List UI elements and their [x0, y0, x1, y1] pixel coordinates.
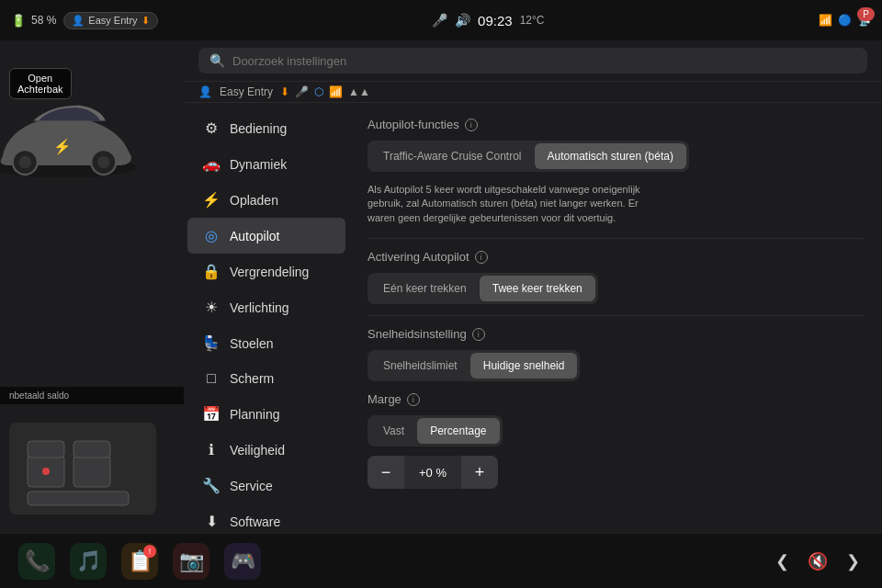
audio-icon: 🔊 — [455, 13, 470, 28]
autopilot-label: Autopilot — [230, 229, 279, 243]
search-input[interactable] — [232, 54, 856, 68]
forward-button[interactable]: ❯ — [842, 548, 864, 575]
twee-keer-btn[interactable]: Twee keer trekken — [480, 276, 595, 301]
stoelen-label: Stoelen — [230, 336, 273, 351]
easy-entry-badge[interactable]: 👤 Easy Entry ⬇ — [63, 12, 157, 29]
minus-button[interactable]: − — [368, 456, 404, 489]
percentage-value: +0 % — [404, 466, 461, 480]
main-content: Open Achterbak ⚡ nbetaald saldo — [0, 40, 882, 533]
sidebar-item-service[interactable]: 🔧 Service — [187, 468, 345, 503]
huidige-snelheid-btn[interactable]: Huidige snelheid — [470, 353, 578, 379]
time-display: 09:23 — [478, 13, 513, 28]
svg-point-2 — [19, 156, 32, 169]
mic-icon-2: 🎤 — [295, 85, 309, 98]
phone-icon: 📞 — [25, 549, 50, 573]
een-keer-btn[interactable]: Eén keer trekken — [370, 276, 480, 301]
easy-entry-label: Easy Entry — [88, 15, 137, 26]
software-icon: ⬇ — [202, 513, 220, 530]
divider-2 — [368, 315, 864, 316]
svg-point-4 — [97, 156, 110, 169]
status-center: 🎤 🔊 09:23 12°C — [165, 13, 811, 28]
snelheidsinstelling-group: Snelheidslimiet Huidige snelheid — [368, 350, 580, 381]
sidebar-item-stoelen[interactable]: 💺 Stoelen — [187, 325, 345, 361]
wifi-icon-2: 📶 — [329, 85, 343, 98]
planning-icon: 📅 — [202, 405, 220, 423]
bluetooth-icon: 🔵 — [838, 14, 852, 27]
svg-rect-7 — [28, 441, 64, 458]
easy-entry-bar-secondary: 👤 Easy Entry ⬇ 🎤 ⬡ 📶 ▲▲ — [184, 82, 882, 103]
sidebar-item-vergrendeling[interactable]: 🔒 Vergrendeling — [187, 254, 345, 289]
dynamiek-icon: 🚗 — [202, 155, 220, 173]
sidebar-item-opladen[interactable]: ⚡ Opladen — [187, 182, 345, 218]
sidebar-item-bediening[interactable]: ⚙ Bediening — [187, 110, 345, 146]
activering-label: Activering Autopilot — [368, 250, 469, 264]
vast-btn[interactable]: Vast — [370, 418, 417, 444]
software-label: Software — [230, 514, 280, 529]
taskbar-camera-app[interactable]: 📷 — [173, 543, 209, 580]
autopilot-info-icon[interactable]: i — [465, 119, 478, 131]
percentage-stepper: − +0 % + — [368, 456, 498, 489]
unbetaald-label: nbetaald saldo — [0, 387, 184, 404]
mute-button[interactable]: 🔇 — [804, 548, 831, 575]
sidebar-item-scherm[interactable]: □ Scherm — [187, 361, 345, 396]
bediening-icon: ⚙ — [202, 119, 220, 137]
svg-rect-10 — [28, 492, 129, 505]
cruise-control-btn[interactable]: Traffic-Aware Cruise Control — [370, 143, 535, 169]
svg-rect-8 — [74, 455, 110, 487]
sidebar-item-verlichting[interactable]: ☀ Verlichting — [187, 289, 345, 325]
percentage-btn[interactable]: Percentage — [417, 418, 499, 444]
search-input-wrapper[interactable]: 🔍 — [198, 48, 867, 74]
taskbar-games-app[interactable]: 🎮 — [224, 543, 261, 580]
battery-icon: 🔋 — [11, 14, 26, 28]
signal-icon-1: 📶 — [819, 14, 832, 27]
taskbar-spotify-app[interactable]: 🎵 — [70, 543, 107, 580]
car-svg: ⚡ — [0, 86, 147, 197]
snelheidslimiet-btn[interactable]: Snelheidslimiet — [370, 353, 470, 379]
bluetooth-icon-2: ⬡ — [314, 85, 323, 98]
search-icon: 🔍 — [209, 53, 225, 68]
service-icon: 🔧 — [202, 477, 220, 494]
warning-text: Als Autopilot 5 keer wordt uitgeschakeld… — [368, 183, 662, 225]
easy-entry-bar-icons: ⬇ 🎤 ⬡ 📶 ▲▲ — [280, 85, 370, 98]
bediening-label: Bediening — [230, 121, 287, 136]
sidebar-item-software[interactable]: ⬇ Software — [187, 503, 345, 533]
sidebar-item-autopilot[interactable]: ◎ Autopilot — [187, 218, 345, 254]
settings-body: ⚙ Bediening 🚗 Dynamiek ⚡ Opladen ◎ Autop… — [184, 103, 882, 533]
marge-info-icon[interactable]: i — [407, 393, 420, 406]
sidebar-nav: ⚙ Bediening 🚗 Dynamiek ⚡ Opladen ◎ Autop… — [184, 103, 349, 533]
taskbar: 📞 🎵 📋 ! 📷 🎮 ❮ 🔇 ❯ — [0, 533, 882, 588]
taskbar-notes-app[interactable]: 📋 ! — [121, 543, 158, 580]
divider-1 — [368, 238, 864, 239]
sidebar-item-planning[interactable]: 📅 Planning — [187, 396, 345, 432]
activering-info-icon[interactable]: i — [475, 251, 488, 264]
marge-group: Vast Percentage — [368, 415, 503, 447]
autopilot-functies-heading: Autopilot-functies i — [368, 118, 864, 131]
taskbar-phone-app[interactable]: 📞 — [18, 543, 55, 580]
dynamiek-label: Dynamiek — [230, 157, 287, 172]
scherm-label: Scherm — [230, 371, 274, 386]
status-right: 📶 🔵 📡 P — [819, 14, 871, 27]
autopilot-functies-label: Autopilot-functies — [368, 118, 459, 131]
temperature-display: 12°C — [520, 14, 545, 27]
planning-label: Planning — [230, 407, 280, 422]
snelheidsinstelling-info-icon[interactable]: i — [472, 328, 485, 341]
settings-panel: 🔍 👤 Easy Entry ⬇ 🎤 ⬡ 📶 ▲▲ ⚙ B — [184, 40, 882, 533]
activering-heading: Activering Autopilot i — [368, 250, 864, 264]
activering-group: Eén keer trekken Twee keer trekken — [368, 273, 598, 304]
plus-button[interactable]: + — [461, 456, 498, 489]
stoelen-icon: 💺 — [202, 334, 220, 352]
service-label: Service — [230, 479, 273, 493]
auto-steer-btn[interactable]: Automatisch sturen (béta) — [535, 143, 686, 169]
sidebar-item-dynamiek[interactable]: 🚗 Dynamiek — [187, 146, 345, 182]
person-icon: 👤 — [72, 15, 85, 27]
download-icon-2: ⬇ — [280, 85, 289, 98]
status-left: 🔋 58 % — [11, 14, 56, 28]
download-icon: ⬇ — [141, 15, 150, 27]
snelheidsinstelling-label: Snelheidsinstelling — [368, 327, 467, 341]
spotify-icon: 🎵 — [76, 549, 101, 573]
sidebar-item-veiligheid[interactable]: ℹ Veiligheid — [187, 432, 345, 468]
vergrendeling-icon: 🔒 — [202, 263, 220, 280]
back-button[interactable]: ❮ — [772, 548, 793, 575]
easy-entry-label-2: Easy Entry — [220, 85, 273, 98]
verlichting-icon: ☀ — [202, 299, 220, 316]
